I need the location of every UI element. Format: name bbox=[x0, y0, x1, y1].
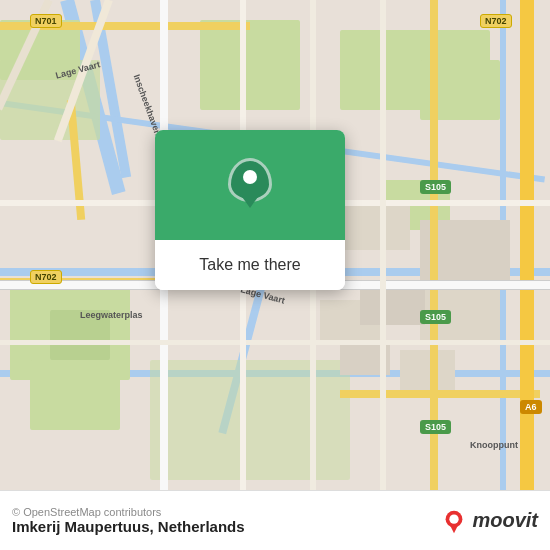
road-label-s105-top: S105 bbox=[420, 180, 451, 194]
road-label-s105-mid: S105 bbox=[420, 310, 451, 324]
map-container: N701 N702 N702 N702 S105 S105 S105 A6 In… bbox=[0, 0, 550, 490]
road-label-n702-top: N702 bbox=[480, 14, 512, 28]
osm-attribution: © OpenStreetMap contributors bbox=[12, 506, 245, 518]
road-label-n702-left: N702 bbox=[30, 270, 62, 284]
road-label-a6: A6 bbox=[520, 400, 542, 414]
popup-header bbox=[155, 130, 345, 240]
svg-marker-2 bbox=[451, 525, 458, 532]
moovit-label: moovit bbox=[472, 509, 538, 532]
take-me-there-button[interactable]: Take me there bbox=[155, 240, 345, 290]
svg-point-1 bbox=[450, 514, 459, 523]
road-label-s105-bot: S105 bbox=[420, 420, 451, 434]
bottom-bar: © OpenStreetMap contributors Imkerij Mau… bbox=[0, 490, 550, 550]
moovit-icon bbox=[440, 507, 468, 535]
map-label-leegwaterplas: Leegwaterplas bbox=[80, 310, 143, 320]
popup-card: Take me there bbox=[155, 130, 345, 290]
map-label-knooppunt: Knooppunt bbox=[470, 440, 518, 450]
location-name: Imkerij Maupertuus, Netherlands bbox=[12, 518, 245, 535]
location-pin bbox=[228, 158, 272, 212]
bottom-info: © OpenStreetMap contributors Imkerij Mau… bbox=[12, 506, 245, 535]
road-label-n701: N701 bbox=[30, 14, 62, 28]
moovit-logo: moovit bbox=[440, 507, 538, 535]
